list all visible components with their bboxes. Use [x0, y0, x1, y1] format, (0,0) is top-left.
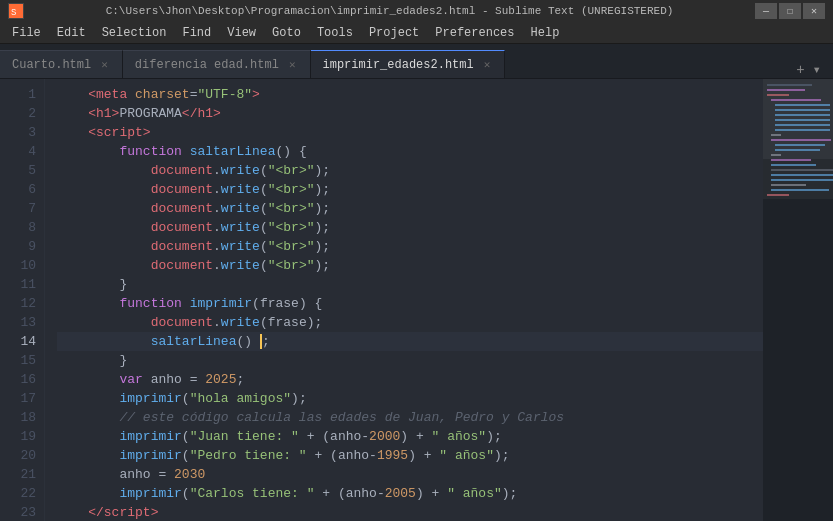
line-num-15: 15 [0, 351, 36, 370]
code-line-23: </script> [57, 503, 763, 521]
line-num-12: 12 [0, 294, 36, 313]
line-num-2: 2 [0, 104, 36, 123]
menu-goto[interactable]: Goto [264, 22, 309, 44]
line-num-18: 18 [0, 408, 36, 427]
minimap-svg [763, 79, 833, 479]
tab-label-diferencia: diferencia edad.html [135, 58, 279, 72]
line-num-16: 16 [0, 370, 36, 389]
close-button[interactable]: ✕ [803, 3, 825, 19]
menu-edit[interactable]: Edit [49, 22, 94, 44]
line-num-20: 20 [0, 446, 36, 465]
code-line-1: <meta charset="UTF-8"> [57, 85, 763, 104]
line-num-14: 14 [0, 332, 36, 351]
new-tab-button[interactable]: + [792, 62, 808, 78]
code-area[interactable]: <meta charset="UTF-8"> <h1>PROGRAMA</h1>… [45, 79, 763, 521]
code-line-6: document.write("<br>"); [57, 180, 763, 199]
line-num-8: 8 [0, 218, 36, 237]
line-num-22: 22 [0, 484, 36, 503]
code-line-21: anho = 2030 [57, 465, 763, 484]
main-content: 1 2 3 4 5 6 7 8 9 10 11 12 13 14 15 16 1… [0, 79, 833, 521]
code-line-8: document.write("<br>"); [57, 218, 763, 237]
code-line-13: document.write(frase); [57, 313, 763, 332]
editor[interactable]: 1 2 3 4 5 6 7 8 9 10 11 12 13 14 15 16 1… [0, 79, 763, 521]
tab-list-button[interactable]: ▾ [809, 61, 825, 78]
code-line-19: imprimir("Juan tiene: " + (anho-2000) + … [57, 427, 763, 446]
code-line-12: function imprimir(frase) { [57, 294, 763, 313]
line-num-1: 1 [0, 85, 36, 104]
code-line-14: saltarLinea() ; [57, 332, 763, 351]
code-line-3: <script> [57, 123, 763, 142]
title-bar-controls: — ☐ ✕ [755, 3, 825, 19]
menu-selection[interactable]: Selection [94, 22, 175, 44]
tab-bar: Cuarto.html ✕ diferencia edad.html ✕ imp… [0, 44, 833, 79]
line-num-10: 10 [0, 256, 36, 275]
menu-file[interactable]: File [4, 22, 49, 44]
title-bar: S C:\Users\Jhon\Desktop\Programacion\imp… [0, 0, 833, 22]
tab-close-diferencia[interactable]: ✕ [287, 57, 298, 72]
menu-help[interactable]: Help [523, 22, 568, 44]
tab-imprimir[interactable]: imprimir_edades2.html ✕ [311, 50, 506, 78]
line-num-17: 17 [0, 389, 36, 408]
minimize-button[interactable]: — [755, 3, 777, 19]
line-num-7: 7 [0, 199, 36, 218]
menu-preferences[interactable]: Preferences [427, 22, 522, 44]
tab-label-cuarto: Cuarto.html [12, 58, 91, 72]
code-line-18: // este código calcula las edades de Jua… [57, 408, 763, 427]
code-line-9: document.write("<br>"); [57, 237, 763, 256]
tab-close-cuarto[interactable]: ✕ [99, 57, 110, 72]
line-num-4: 4 [0, 142, 36, 161]
code-line-17: imprimir("hola amigos"); [57, 389, 763, 408]
code-line-11: } [57, 275, 763, 294]
line-num-19: 19 [0, 427, 36, 446]
line-num-5: 5 [0, 161, 36, 180]
line-num-9: 9 [0, 237, 36, 256]
menu-bar: File Edit Selection Find View Goto Tools… [0, 22, 833, 44]
code-line-7: document.write("<br>"); [57, 199, 763, 218]
code-line-22: imprimir("Carlos tiene: " + (anho-2005) … [57, 484, 763, 503]
minimap [763, 79, 833, 521]
line-num-13: 13 [0, 313, 36, 332]
code-line-2: <h1>PROGRAMA</h1> [57, 104, 763, 123]
code-line-15: } [57, 351, 763, 370]
menu-view[interactable]: View [219, 22, 264, 44]
title-bar-text: C:\Users\Jhon\Desktop\Programacion\impri… [30, 5, 749, 17]
line-num-3: 3 [0, 123, 36, 142]
menu-project[interactable]: Project [361, 22, 427, 44]
code-line-5: document.write("<br>"); [57, 161, 763, 180]
maximize-button[interactable]: ☐ [779, 3, 801, 19]
tab-cuarto[interactable]: Cuarto.html ✕ [0, 50, 123, 78]
tab-diferencia[interactable]: diferencia edad.html ✕ [123, 50, 311, 78]
tab-close-imprimir[interactable]: ✕ [482, 57, 493, 72]
svg-rect-25 [763, 79, 833, 199]
tab-label-imprimir: imprimir_edades2.html [323, 58, 474, 72]
tab-bar-controls: + ▾ [784, 61, 833, 78]
code-line-20: imprimir("Pedro tiene: " + (anho-1995) +… [57, 446, 763, 465]
line-num-11: 11 [0, 275, 36, 294]
code-line-4: function saltarLinea() { [57, 142, 763, 161]
code-line-16: var anho = 2025; [57, 370, 763, 389]
line-numbers: 1 2 3 4 5 6 7 8 9 10 11 12 13 14 15 16 1… [0, 79, 45, 521]
app-icon: S [8, 3, 24, 19]
svg-text:S: S [11, 8, 16, 18]
line-num-21: 21 [0, 465, 36, 484]
line-num-23: 23 [0, 503, 36, 521]
tab-nav: Cuarto.html ✕ diferencia edad.html ✕ imp… [0, 44, 505, 78]
line-num-6: 6 [0, 180, 36, 199]
menu-tools[interactable]: Tools [309, 22, 361, 44]
menu-find[interactable]: Find [174, 22, 219, 44]
code-line-10: document.write("<br>"); [57, 256, 763, 275]
